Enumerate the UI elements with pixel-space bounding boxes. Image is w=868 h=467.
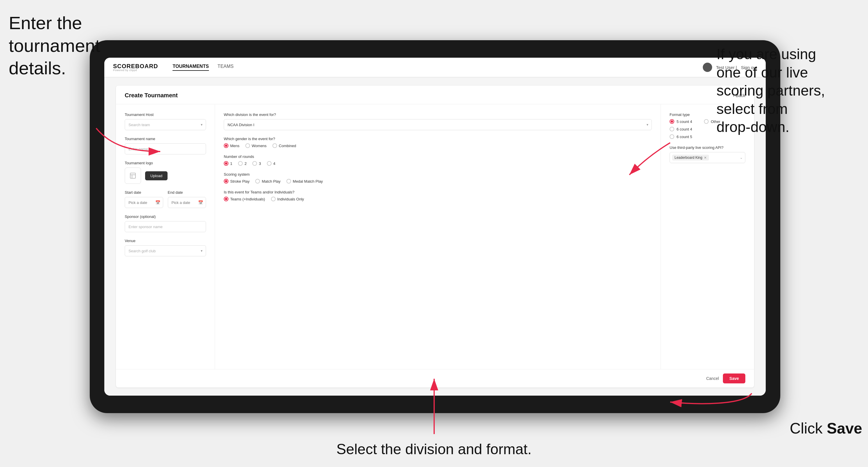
tournament-host-group: Tournament Host (125, 113, 206, 130)
teams-plus-radio[interactable] (224, 197, 228, 201)
teams-group: Is this event for Teams and/or Individua… (224, 190, 652, 201)
live-scoring-tag-close[interactable]: ✕ (704, 156, 707, 160)
form-title: Create Tournament (125, 92, 178, 99)
logo-upload-area: Upload (125, 167, 206, 184)
tablet-frame: SCOREBOARD Powered by clippd TOURNAMENTS… (90, 40, 780, 413)
rounds-radio-group: 1 2 3 (224, 161, 652, 166)
rounds-group: Number of rounds 1 2 (224, 154, 652, 166)
tournament-host-input[interactable] (125, 119, 206, 130)
form-body: Tournament Host Tournament name Tourname… (116, 104, 754, 369)
svg-rect-0 (130, 173, 135, 178)
division-wrapper: NCAA Division I NCAA Division II NCAA Di… (224, 119, 652, 130)
individuals-only[interactable]: Individuals Only (271, 197, 304, 201)
teams-plus-individuals[interactable]: Teams (+Individuals) (224, 197, 265, 201)
rounds-3[interactable]: 3 (252, 161, 261, 166)
gender-womens-radio[interactable] (245, 143, 250, 148)
end-date-calendar-icon: 📅 (198, 200, 203, 205)
format-6count4-radio[interactable] (670, 127, 674, 131)
nav-items: TOURNAMENTS TEAMS (173, 64, 234, 71)
scoring-stroke[interactable]: Stroke Play (224, 179, 249, 184)
scoring-radio-group: Stroke Play Match Play Medal Match Play (224, 179, 652, 184)
tournament-logo-label: Tournament logo (125, 161, 206, 165)
page-content: Create Tournament ‹ Back Tournament Host (104, 77, 766, 396)
nav-teams[interactable]: TEAMS (218, 64, 234, 71)
scoring-group: Scoring system Stroke Play Match Play (224, 172, 652, 184)
individuals-only-radio[interactable] (271, 197, 276, 201)
left-column: Tournament Host Tournament name Tourname… (116, 104, 215, 369)
live-scoring-dropdown-arrow[interactable]: ⌄ (740, 156, 743, 160)
format-6count5[interactable]: 6 count 5 (670, 134, 692, 139)
teams-label: Is this event for Teams and/or Individua… (224, 190, 652, 194)
rounds-4[interactable]: 4 (267, 161, 275, 166)
logo-area: SCOREBOARD Powered by clippd (113, 63, 158, 72)
tournament-host-label: Tournament Host (125, 113, 206, 117)
logo-placeholder (125, 167, 141, 184)
annotation-bottom-center: Select the division and format. (337, 440, 532, 459)
tournament-name-input[interactable] (125, 143, 206, 154)
live-scoring-tag-box[interactable]: Leaderboard King ✕ ⌄ (670, 152, 745, 163)
end-date-field: End date 📅 (168, 190, 206, 208)
format-6count5-radio[interactable] (670, 134, 674, 139)
sponsor-group: Sponsor (optional) (125, 214, 206, 232)
scoring-stroke-radio[interactable] (224, 179, 228, 184)
scoring-match[interactable]: Match Play (255, 179, 280, 184)
start-date-wrapper: 📅 (125, 197, 163, 208)
sponsor-input[interactable] (125, 221, 206, 232)
tournament-name-group: Tournament name (125, 137, 206, 154)
format-6count4[interactable]: 6 count 4 (670, 127, 692, 131)
live-scoring-tag: Leaderboard King ✕ (672, 155, 709, 160)
rounds-4-radio[interactable] (267, 161, 272, 166)
upload-button[interactable]: Upload (145, 171, 167, 180)
annotation-bottom-right: Click Save (789, 419, 862, 438)
rounds-3-radio[interactable] (252, 161, 257, 166)
rounds-2-radio[interactable] (238, 161, 243, 166)
cancel-button[interactable]: Cancel (706, 376, 719, 381)
scoring-medal-match[interactable]: Medal Match Play (286, 179, 323, 184)
scoring-medal-match-radio[interactable] (286, 179, 291, 184)
rounds-2[interactable]: 2 (238, 161, 247, 166)
date-row: Start date 📅 End date 📅 (125, 190, 206, 208)
gender-combined-radio[interactable] (273, 143, 277, 148)
tournament-logo-group: Tournament logo Upload (125, 161, 206, 184)
gender-mens[interactable]: Mens (224, 143, 240, 148)
gender-group: Which gender is the event for? Mens Wome… (224, 137, 652, 148)
format-5count4-radio[interactable] (670, 119, 674, 124)
form-card: Create Tournament ‹ Back Tournament Host (116, 86, 754, 387)
gender-mens-radio[interactable] (224, 143, 228, 148)
gender-label: Which gender is the event for? (224, 137, 652, 141)
format-other-radio[interactable] (704, 119, 709, 124)
sponsor-label: Sponsor (optional) (125, 214, 206, 219)
form-footer: Cancel Save (116, 369, 754, 387)
venue-wrapper (125, 245, 206, 256)
save-button[interactable]: Save (723, 373, 745, 383)
navbar: SCOREBOARD Powered by clippd TOURNAMENTS… (104, 58, 766, 77)
venue-label: Venue (125, 239, 206, 243)
tablet-screen: SCOREBOARD Powered by clippd TOURNAMENTS… (104, 58, 766, 396)
division-group: Which division is the event for? NCAA Di… (224, 113, 652, 130)
annotation-top-left: Enter thetournamentdetails. (9, 12, 100, 80)
end-date-label: End date (168, 190, 206, 195)
division-select[interactable]: NCAA Division I NCAA Division II NCAA Di… (224, 119, 652, 130)
rounds-label: Number of rounds (224, 154, 652, 159)
live-scoring-label: Use third-party live scoring API? (670, 145, 745, 150)
gender-combined[interactable]: Combined (273, 143, 296, 148)
tournament-host-wrapper (125, 119, 206, 130)
division-label: Which division is the event for? (224, 113, 652, 117)
gender-radio-group: Mens Womens Combined (224, 143, 652, 148)
rounds-1[interactable]: 1 (224, 161, 232, 166)
live-scoring-tag-text: Leaderboard King (675, 156, 702, 160)
venue-group: Venue (125, 239, 206, 256)
start-date-calendar-icon: 📅 (155, 200, 160, 205)
user-avatar (703, 63, 712, 72)
tournament-name-label: Tournament name (125, 137, 206, 141)
nav-tournaments[interactable]: TOURNAMENTS (173, 64, 209, 71)
venue-input[interactable] (125, 245, 206, 256)
start-date-field: Start date 📅 (125, 190, 163, 208)
rounds-1-radio[interactable] (224, 161, 228, 166)
form-header: Create Tournament ‹ Back (116, 86, 754, 104)
format-5count4[interactable]: 5 count 4 (670, 119, 692, 124)
scoring-match-radio[interactable] (255, 179, 260, 184)
format-col-left: 5 count 4 6 count 4 6 count 5 (670, 119, 692, 139)
right-column: Format type 5 count 4 6 count (661, 104, 754, 369)
gender-womens[interactable]: Womens (245, 143, 267, 148)
